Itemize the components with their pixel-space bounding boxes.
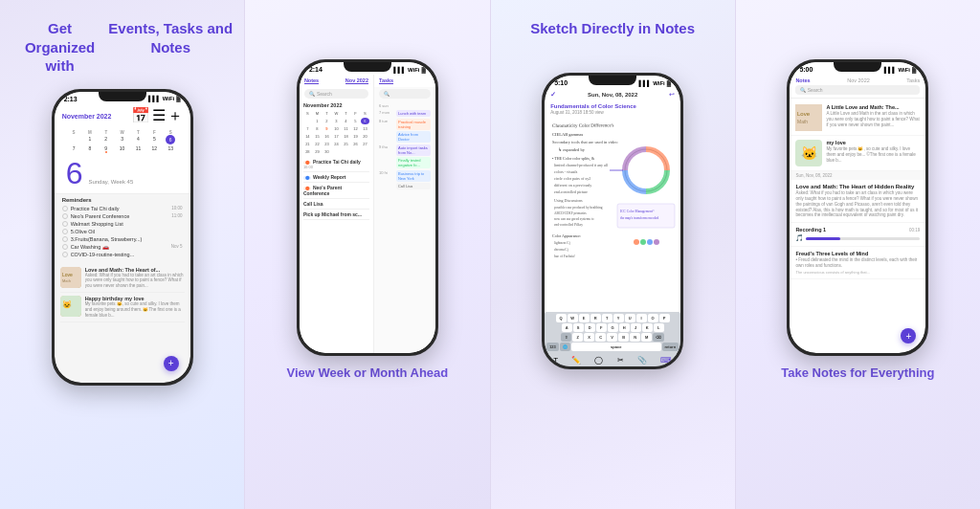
tab-nov-4[interactable]: Nov 2022: [847, 77, 870, 83]
week-label: Sunday, Week 45: [88, 179, 133, 185]
phone-notch: [99, 92, 146, 101]
sketch-header: ✓ Sun, Nov, 08, 2022 ↩: [545, 88, 680, 101]
note-preview-2: My favorite pets 🐱, so cute and silky. I…: [85, 301, 185, 319]
battery-icon-3: ▓: [667, 80, 671, 86]
reminder-date-6: Nov 5: [171, 244, 183, 249]
header-icons: 📅 ☰ ＋: [131, 106, 183, 126]
done-btn[interactable]: ⌨: [660, 356, 672, 365]
checkbox-7[interactable]: [62, 252, 68, 257]
status-icons-1: ▌▌▌ WiFi ▓: [148, 96, 181, 101]
signal-icon-2: ▌▌▌: [393, 67, 406, 73]
checkbox-6[interactable]: [62, 244, 68, 250]
phone2-left-panel: Notes Nov 2022 🔍 Search November 2022 SM…: [300, 75, 374, 353]
note-card-1[interactable]: Love Math Love and Math: The Heart of...…: [60, 264, 185, 294]
svg-text:Color Appearance:: Color Appearance:: [552, 233, 581, 238]
note-list-item-2[interactable]: 🐱 my love My favorite pets 🐱, so cute an…: [790, 136, 925, 171]
svg-text:• THE Color color splits, &: • THE Color color splits, &: [552, 156, 595, 162]
reminder-text-4: 5.Olive Oil: [71, 229, 95, 234]
notes-search[interactable]: 🔍 Search: [795, 85, 920, 95]
tab-tasks-2[interactable]: Tasks: [379, 77, 393, 84]
phone-3-screen: 5:10 ▌▌▌ WiFi ▓ ✓ Sun, Nov, 08, 2022 ↩ F…: [545, 76, 680, 366]
lasso-tool[interactable]: ✂: [617, 356, 624, 365]
signal-icon-4: ▌▌▌: [884, 67, 897, 73]
tab-notes-4[interactable]: Notes: [795, 77, 810, 83]
sketch-svg: Chromaticity Color Difference's CIELAB g…: [550, 118, 679, 271]
undo-icon[interactable]: ↩: [669, 91, 675, 99]
search-bar-2[interactable]: 🔍 Search: [304, 89, 368, 99]
time-slot-10: 10 fri Business trip to New York Call Li…: [376, 169, 434, 190]
task-item-5[interactable]: Pick up Michael from sc...: [303, 210, 369, 220]
calendar-icon[interactable]: 📅: [131, 106, 150, 126]
time-slot-7: 7 mon Lunch with team: [376, 109, 434, 118]
sketch-note-subtitle: August 31, 2018 18:50 view: [550, 110, 675, 115]
section-4-subtitle: Take Notes for Everything: [781, 365, 934, 380]
add-icon[interactable]: ＋: [167, 106, 183, 126]
task-item-4[interactable]: Call Lisa: [303, 199, 369, 210]
phone-4-mockup: 5:00 ▌▌▌ WiFi ▓ Notes Nov 2022 Tasks 🔍 S…: [787, 59, 928, 356]
task-item-3[interactable]: ⬤Neo's Parent Conference: [303, 183, 369, 199]
section-notes: 5:00 ▌▌▌ WiFi ▓ Notes Nov 2022 Tasks 🔍 S…: [735, 0, 980, 509]
tab-tasks-4[interactable]: Tasks: [906, 77, 920, 83]
checkbox-1[interactable]: [62, 206, 68, 211]
note-card-2[interactable]: 🐱 Happy birthday my love My favorite pet…: [60, 293, 185, 322]
reminder-time-1: 10:00: [171, 206, 182, 210]
fab-button-1[interactable]: +: [164, 356, 179, 371]
phone1-month-row: November 2022 📅 ☰ ＋: [62, 106, 183, 126]
svg-text:ICC Color Management~: ICC Color Management~: [620, 210, 655, 213]
cal-row-2: 7 8 9 10 11 12 13: [66, 144, 179, 154]
phone-1-mockup: 2:13 ▌▌▌ WiFi ▓ November 2022 📅 ☰ ＋: [52, 89, 193, 386]
svg-text:CIELAB gammas: CIELAB gammas: [552, 132, 584, 137]
checkbox-2[interactable]: [62, 213, 68, 219]
keyboard: QWERTYUIOP ASDFGHJKL ⇧ZXCVBNM⌫ 123🌐space…: [545, 312, 680, 354]
search-bar-right[interactable]: 🔍: [379, 89, 431, 99]
note-list-content-1: A Little Love and Math: The... A Little …: [826, 104, 920, 128]
checkbox-3[interactable]: [62, 221, 68, 227]
svg-text:ABCD/CDEF primaries: ABCD/CDEF primaries: [554, 211, 587, 215]
tab-nov-2[interactable]: Nov 2022: [345, 77, 368, 84]
wifi-icon-2: WiFi: [408, 67, 420, 73]
list-icon[interactable]: ☰: [152, 106, 166, 126]
svg-rect-0: [60, 267, 81, 288]
reminder-7: COVID-19-routine-testing...: [62, 251, 183, 258]
svg-text:chroma Cj: chroma Cj: [554, 248, 568, 252]
note-list-item-5[interactable]: Freud's Three Levels of Mind • Freud del…: [790, 247, 925, 279]
status-time-3: 5:10: [554, 79, 568, 86]
month-label: November 2022: [62, 113, 112, 120]
note-list-preview-5: • Freud delineated the mind in the disti…: [795, 257, 920, 269]
note-content-2: Happy birthday my love My favorite pets …: [85, 296, 185, 319]
note-list-item-3[interactable]: Love and Math: The Heart of Hidden Reali…: [790, 180, 925, 223]
brush-tool[interactable]: ✏️: [571, 356, 581, 365]
time-slot-6: 6 sun: [376, 102, 434, 109]
keyboard-area: QWERTYUIOP ASDFGHJKL ⇧ZXCVBNM⌫ 123🌐space…: [545, 312, 680, 366]
search-icon-4: 🔍: [800, 87, 806, 93]
note-thumb-4-1: Love Math: [795, 104, 822, 131]
fab-button-4[interactable]: +: [901, 328, 916, 343]
status-icons-4: ▌▌▌ WiFi ▓: [884, 67, 917, 73]
checkbox-4[interactable]: [62, 229, 68, 234]
note-list-item-4[interactable]: Recording 1 00:19 🎵: [790, 223, 925, 247]
tab-notes-2[interactable]: Notes: [304, 77, 319, 84]
svg-text:possible case  produced by hea: possible case produced by healthing: [554, 206, 603, 210]
task-list: ⬤Practice Tai Chi daily 10:00 ⬤Weekly Re…: [300, 155, 373, 222]
reminder-2: Neo's Parent Conference 11:00: [62, 212, 183, 220]
title-line1-3: Sketch Directly: [530, 19, 634, 38]
wifi-icon-3: WiFi: [653, 80, 665, 86]
svg-text:colors - visuals: colors - visuals: [554, 169, 578, 174]
wifi-icon: WiFi: [163, 96, 175, 101]
svg-text:now can use greed systems to: now can use greed systems to: [554, 217, 594, 221]
svg-point-30: [640, 239, 646, 245]
eraser-tool[interactable]: ◯: [594, 356, 603, 365]
attach-tool[interactable]: 📎: [637, 356, 647, 365]
pen-tool[interactable]: T: [553, 356, 558, 365]
wifi-icon-4: WiFi: [898, 67, 910, 73]
note-list-item-1[interactable]: Love Math A Little Love and Math: The...…: [790, 100, 925, 136]
section-sketch: Sketch Directly in Notes 5:10 ▌▌▌ WiFi ▓…: [490, 0, 735, 509]
battery-icon: ▓: [176, 96, 180, 101]
note-list-title-2: my love: [826, 140, 920, 145]
task-item-2[interactable]: ⬤Weekly Report: [303, 172, 369, 183]
checkbox-5[interactable]: [62, 236, 68, 242]
check-mark[interactable]: ✓: [550, 91, 556, 99]
task-item-1[interactable]: ⬤Practice Tai Chi daily 10:00: [303, 157, 369, 172]
phone-2-mockup: 2:14 ▌▌▌ WiFi ▓ Notes Nov 2022 🔍 Sear: [297, 59, 438, 356]
notes-app-header: Notes Nov 2022 Tasks 🔍 Search: [790, 75, 925, 99]
